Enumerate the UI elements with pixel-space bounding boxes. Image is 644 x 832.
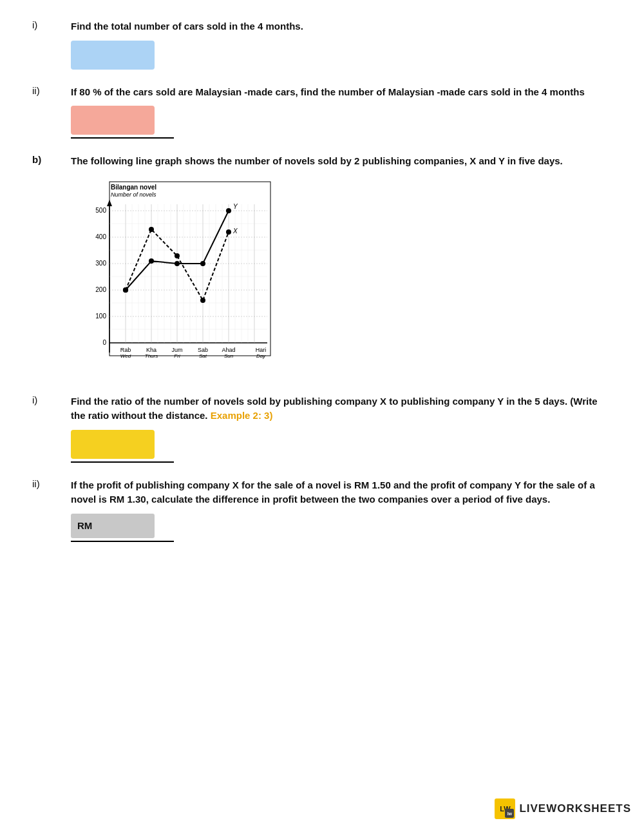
text-bii: If the profit of publishing company X fo… <box>71 478 612 507</box>
question-row-bi: i) Find the ratio of the number of novel… <box>32 394 612 423</box>
question-row-b: b) The following line graph shows the nu… <box>32 154 612 169</box>
question-part-ii: ii) If 80 % of the cars sold are Malaysi… <box>32 85 612 139</box>
question-row-ii: ii) If 80 % of the cars sold are Malaysi… <box>32 85 612 100</box>
rm-label: RM <box>77 520 92 531</box>
svg-point-57 <box>175 261 180 266</box>
question-part-bii: ii) If the profit of publishing company … <box>32 478 612 542</box>
svg-text:500: 500 <box>95 207 106 214</box>
answer-area-bii: RM <box>71 514 612 542</box>
svg-point-63 <box>175 253 180 258</box>
svg-point-65 <box>226 229 231 235</box>
svg-text:200: 200 <box>95 286 106 293</box>
line-graph: Bilangan novel Number of novels 500 400 … <box>71 175 277 382</box>
answer-box-pink-ii[interactable] <box>71 106 155 135</box>
label-bi: i) <box>32 394 71 423</box>
text-bi: Find the ratio of the number of novels s… <box>71 394 612 423</box>
svg-point-58 <box>200 261 205 266</box>
text-i: Find the total number of cars sold in th… <box>71 19 612 34</box>
label-bii: ii) <box>32 478 71 507</box>
section-b: b) The following line graph shows the nu… <box>32 154 612 542</box>
answer-box-blue-i[interactable] <box>71 41 155 70</box>
svg-point-64 <box>200 298 205 303</box>
svg-text:Hari: Hari <box>256 347 267 353</box>
question-part-i: i) Find the total number of cars sold in… <box>32 19 612 70</box>
svg-text:400: 400 <box>95 233 106 240</box>
label-ii: ii) <box>32 85 71 100</box>
svg-text:X: X <box>232 227 238 235</box>
svg-text:Day: Day <box>256 353 266 359</box>
svg-point-61 <box>123 287 128 293</box>
question-part-bi: i) Find the ratio of the number of novel… <box>32 394 612 463</box>
svg-point-62 <box>149 227 154 232</box>
svg-text:Bilangan novel: Bilangan novel <box>111 184 156 191</box>
svg-text:Sun: Sun <box>224 353 234 359</box>
answer-underline-bii <box>71 541 174 542</box>
answer-area-bi <box>71 430 612 463</box>
svg-text:Sab: Sab <box>198 347 208 353</box>
svg-text:Jum: Jum <box>171 347 182 353</box>
answer-area-i <box>71 41 612 70</box>
question-row-i: i) Find the total number of cars sold in… <box>32 19 612 34</box>
example-text: Example 2: 3) <box>211 410 273 421</box>
graph-container: Bilangan novel Number of novels 500 400 … <box>71 175 612 382</box>
answer-underline-ii <box>71 137 174 139</box>
answer-underline-bi <box>71 461 174 463</box>
svg-text:100: 100 <box>95 313 106 320</box>
answer-box-yellow-bi[interactable] <box>71 430 155 459</box>
answer-box-gray-bii[interactable]: RM <box>71 514 155 538</box>
svg-text:300: 300 <box>95 260 106 267</box>
svg-text:Ahad: Ahad <box>222 347 235 353</box>
text-b: The following line graph shows the numbe… <box>71 154 612 169</box>
svg-text:Rab: Rab <box>120 347 131 353</box>
svg-point-59 <box>226 208 231 213</box>
svg-text:Kha: Kha <box>146 347 156 353</box>
svg-text:Number of novels: Number of novels <box>111 191 156 198</box>
text-ii: If 80 % of the cars sold are Malaysian -… <box>71 85 612 100</box>
svg-text:Sat: Sat <box>199 353 207 359</box>
label-b: b) <box>32 154 71 169</box>
svg-text:0: 0 <box>102 339 106 346</box>
answer-area-ii <box>71 106 612 139</box>
svg-text:Thurs: Thurs <box>145 353 158 359</box>
svg-point-56 <box>149 258 154 264</box>
question-row-bii: ii) If the profit of publishing company … <box>32 478 612 507</box>
label-i: i) <box>32 19 71 34</box>
svg-text:Wed: Wed <box>120 353 131 359</box>
svg-text:Fri: Fri <box>174 353 180 359</box>
